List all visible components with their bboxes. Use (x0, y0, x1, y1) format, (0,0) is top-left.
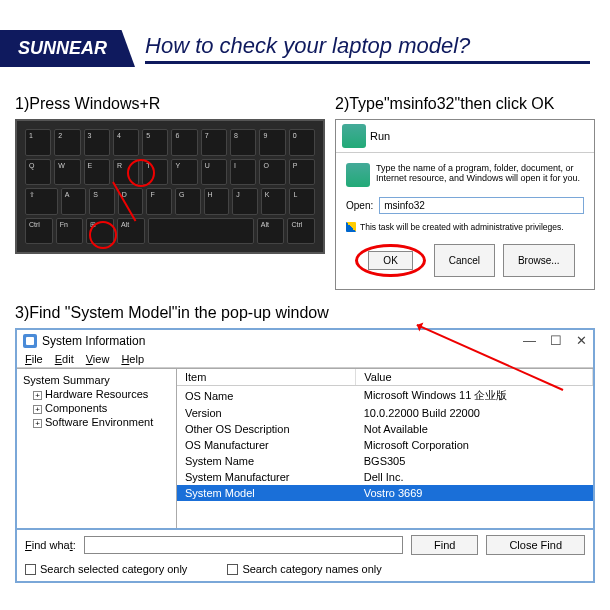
step-3: 3)Find "System Model"in the pop-up windo… (0, 304, 610, 583)
page-title: How to check your laptop model? (145, 33, 590, 64)
ok-highlight: OK (355, 244, 425, 277)
col-value[interactable]: Value (356, 369, 593, 386)
table-row: OS NameMicrosoft Windows 11 企业版 (177, 386, 593, 406)
minimize-button[interactable]: — (523, 333, 536, 348)
menu-view[interactable]: View (86, 353, 110, 365)
chk-category-names[interactable]: Search category names only (227, 563, 381, 575)
system-information-window: System Information — ☐ ✕ File Edit View … (15, 328, 595, 583)
step-1: 1)Press Windows+R 1234567890 QWERTYUIOP … (15, 95, 325, 290)
step2-label: 2)Type"msinfo32"then click OK (335, 95, 595, 113)
run-icon (342, 124, 366, 148)
tree-software[interactable]: +Software Environment (23, 415, 170, 429)
run-dialog: Run Type the name of a program, folder, … (335, 119, 595, 290)
table-row: Other OS DescriptionNot Available (177, 421, 593, 437)
sysinfo-icon (23, 334, 37, 348)
close-button[interactable]: ✕ (576, 333, 587, 348)
cancel-button[interactable]: Cancel (434, 244, 495, 277)
tree-components[interactable]: +Components (23, 401, 170, 415)
table-row: Version10.0.22000 Build 22000 (177, 405, 593, 421)
step3-label: 3)Find "System Model"in the pop-up windo… (15, 304, 595, 322)
keyboard-photo: 1234567890 QWERTYUIOP ⇧ASDFGHJKL CtrlFn⊞… (15, 119, 325, 254)
category-tree[interactable]: System Summary +Hardware Resources +Comp… (17, 368, 177, 528)
browse-button[interactable]: Browse... (503, 244, 575, 277)
run-title: Run (370, 130, 390, 142)
open-input[interactable] (379, 197, 584, 214)
step-2: 2)Type"msinfo32"then click OK Run Type t… (335, 95, 595, 290)
open-label: Open: (346, 200, 373, 211)
menu-file[interactable]: File (25, 353, 43, 365)
shield-icon (346, 222, 356, 232)
step1-label: 1)Press Windows+R (15, 95, 325, 113)
table-row: OS ManufacturerMicrosoft Corporation (177, 437, 593, 453)
close-find-button[interactable]: Close Find (486, 535, 585, 555)
table-row: System NameBGS305 (177, 453, 593, 469)
menu-help[interactable]: Help (121, 353, 144, 365)
find-label: Find what: (25, 539, 76, 551)
admin-note: This task will be created with administr… (360, 222, 564, 232)
window-title: System Information (42, 334, 518, 348)
ok-button[interactable]: OK (368, 251, 412, 270)
table-row: System ManufacturerDell Inc. (177, 469, 593, 485)
brand-badge: SUNNEAR (0, 30, 135, 67)
win-key-highlight (89, 221, 117, 249)
table-row-highlighted: System ModelVostro 3669 (177, 485, 593, 501)
run-desc: Type the name of a program, folder, docu… (376, 163, 584, 187)
find-input[interactable] (84, 536, 403, 554)
run-app-icon (346, 163, 370, 187)
chk-selected-category[interactable]: Search selected category only (25, 563, 187, 575)
find-button[interactable]: Find (411, 535, 478, 555)
r-key-highlight (127, 159, 155, 187)
detail-pane: ItemValue OS NameMicrosoft Windows 11 企业… (177, 368, 593, 528)
col-item[interactable]: Item (177, 369, 356, 386)
menu-edit[interactable]: Edit (55, 353, 74, 365)
tree-hardware[interactable]: +Hardware Resources (23, 387, 170, 401)
maximize-button[interactable]: ☐ (550, 333, 562, 348)
tree-system-summary[interactable]: System Summary (23, 373, 170, 387)
header: SUNNEAR How to check your laptop model? (0, 30, 610, 67)
